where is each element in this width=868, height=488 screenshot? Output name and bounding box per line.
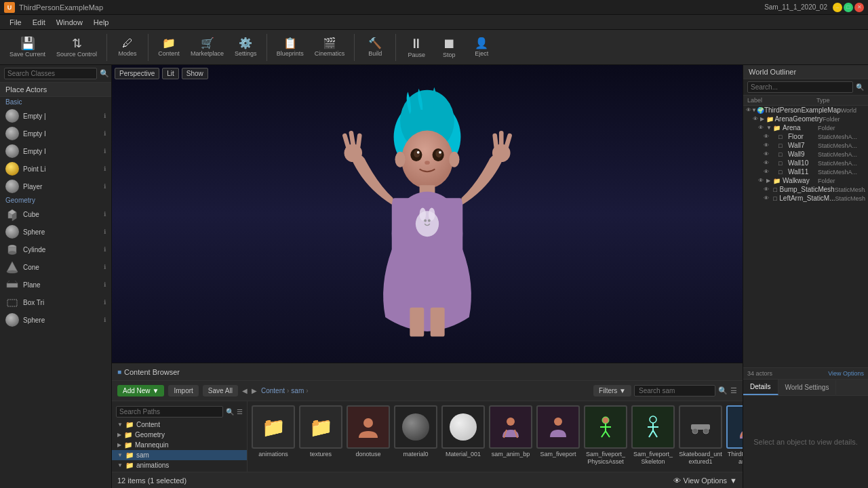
menu-edit[interactable]: Edit <box>27 17 51 28</box>
minimize-button[interactable]: – <box>833 3 842 12</box>
actor-info-sphere[interactable]: ℹ <box>104 228 106 235</box>
actor-info-plane[interactable]: ℹ <box>104 281 106 288</box>
cb-options-icon[interactable]: ☰ <box>730 386 737 395</box>
cb-search-input[interactable] <box>634 385 715 396</box>
nav-forward-button[interactable]: ▶ <box>252 387 257 394</box>
category-basic[interactable]: Basic <box>0 97 111 107</box>
save-current-button[interactable]: 💾 Save Current <box>5 35 50 60</box>
wo-item-bump[interactable]: 👁 □ Bump_StaticMesh StaticMeshA... <box>743 185 868 194</box>
save-all-button[interactable]: Save All <box>203 385 238 396</box>
wo-item-wall10[interactable]: 👁 □ Wall10 StaticMeshA... <box>743 159 868 167</box>
eject-button[interactable]: 👤 Eject <box>467 35 496 60</box>
actor-info-player[interactable]: ℹ <box>104 183 106 190</box>
actor-cylinder[interactable]: Cylinde ℹ <box>0 241 111 258</box>
search-icon[interactable]: 🔍 <box>100 69 109 78</box>
path-sam[interactable]: sam <box>291 387 304 394</box>
pause-button[interactable]: ⏸ Pause <box>401 34 431 61</box>
asset-material001[interactable]: Material_001 <box>441 405 485 458</box>
actor-pointlight[interactable]: Point Li ℹ <box>0 160 111 178</box>
actor-sphere-2[interactable]: Sphere ℹ <box>0 311 111 329</box>
actor-info-empty-3[interactable]: ℹ <box>104 148 106 155</box>
actor-info-cube[interactable]: ℹ <box>104 211 106 218</box>
asset-sam-physics[interactable]: Sam_fiveport_PhysicsAsset <box>584 405 627 466</box>
view-options[interactable]: 👁 View Options ▼ <box>673 476 738 485</box>
actor-cone[interactable]: Cone ℹ <box>0 258 111 276</box>
toolbar-sep-3 <box>267 34 267 61</box>
cinematics-button[interactable]: 🎬 Cinematics <box>311 35 349 60</box>
content-button[interactable]: 📁 Content <box>154 35 184 60</box>
viewport[interactable]: Perspective Lit Show <box>112 65 743 363</box>
actor-empty-1[interactable]: Empty | ℹ <box>0 107 111 125</box>
asset-sam-anim-bp[interactable]: sam_anim_bp <box>489 405 532 458</box>
wo-item-wall9[interactable]: 👁 □ Wall9 StaticMeshA... <box>743 150 868 159</box>
source-control-button[interactable]: ⇅ Source Control <box>52 35 101 60</box>
close-button[interactable]: ✕ <box>854 3 864 12</box>
wo-item-wall11[interactable]: 👁 □ Wall11 StaticMeshA... <box>743 167 868 176</box>
svg-rect-11 <box>7 300 17 306</box>
tree-content[interactable]: ▼ 📁 Content <box>112 420 247 430</box>
wo-item-floor[interactable]: 👁 □ Floor StaticMeshA... <box>743 132 868 141</box>
cb-search-icon[interactable]: 🔍 <box>718 386 728 395</box>
actor-cube[interactable]: Cube ℹ <box>0 205 111 223</box>
wo-search-icon[interactable]: 🔍 <box>856 83 864 91</box>
asset-animations[interactable]: 📁 animations <box>252 405 295 458</box>
menu-file[interactable]: File <box>4 17 27 28</box>
add-new-button[interactable]: Add New ▼ <box>117 385 164 396</box>
search-classes-input[interactable] <box>4 68 97 79</box>
wo-item-arena[interactable]: 👁 ▼ 📁 Arena Folder <box>743 123 868 132</box>
actor-info-cylinder[interactable]: ℹ <box>104 246 106 253</box>
actor-info-pointlight[interactable]: ℹ <box>104 165 106 172</box>
asset-donotuse[interactable]: donotuse <box>347 405 390 458</box>
tree-animations[interactable]: ▼ 📁 animations <box>112 460 247 470</box>
actor-info-empty-2[interactable]: ℹ <box>104 130 106 137</box>
path-content[interactable]: Content <box>261 387 285 394</box>
maximize-button[interactable]: □ <box>844 3 853 12</box>
wo-item-walkway[interactable]: 👁 ▶ 📁 Walkway Folder <box>743 176 868 185</box>
import-button[interactable]: Import <box>168 385 198 396</box>
filters-button[interactable]: Filters ▼ <box>593 385 631 396</box>
perspective-button[interactable]: Perspective <box>115 68 159 79</box>
tree-geometry[interactable]: ▶ 📁 Geometry <box>112 430 247 440</box>
tree-mannequin[interactable]: ▶ 📁 Mannequin <box>112 440 247 450</box>
stop-button[interactable]: ⏹ Stop <box>434 34 464 61</box>
sidebar-filter-icon[interactable]: ☰ <box>237 408 243 415</box>
asset-textures[interactable]: 📁 textures <box>299 405 342 458</box>
tab-world-settings[interactable]: World Settings <box>778 380 837 394</box>
show-button[interactable]: Show <box>182 68 208 79</box>
actor-plane[interactable]: Plane ℹ <box>0 276 111 293</box>
view-options-link[interactable]: View Options <box>828 370 864 377</box>
actor-info-sphere-2[interactable]: ℹ <box>104 317 106 323</box>
actor-info-box-trigger[interactable]: ℹ <box>104 299 106 306</box>
modes-button[interactable]: 🖊 Modes <box>113 35 142 60</box>
wo-item-leftarm[interactable]: 👁 □ LeftArm_StaticM... StaticMeshA... <box>743 194 868 203</box>
asset-material0[interactable]: material0 <box>394 405 437 458</box>
lit-button[interactable]: Lit <box>162 68 179 79</box>
build-button[interactable]: 🔨 Build <box>360 35 390 60</box>
tab-details[interactable]: Details <box>743 380 778 395</box>
sidebar-search-icon[interactable]: 🔍 <box>226 408 234 415</box>
asset-thirdperson-character[interactable]: ThirdPersonCharacter <box>726 405 743 466</box>
actor-empty-2[interactable]: Empty I ℹ <box>0 125 111 142</box>
wo-item-wall7[interactable]: 👁 □ Wall7 StaticMeshA... <box>743 141 868 150</box>
actor-info-cone[interactable]: ℹ <box>104 264 106 270</box>
asset-sam-fiveport[interactable]: Sam_fiveport <box>536 405 580 458</box>
wo-item-map[interactable]: 👁 ▼ 🌍 ThirdPersonExampleMap World <box>743 106 868 115</box>
actor-player[interactable]: Player ℹ <box>0 178 111 195</box>
asset-sam-skeleton[interactable]: Sam_fiveport_Skeleton <box>631 405 675 466</box>
tree-sam[interactable]: ▼ 📁 sam <box>112 450 247 460</box>
actor-empty-3[interactable]: Empty I ℹ <box>0 142 111 160</box>
actor-sphere[interactable]: Sphere ℹ <box>0 223 111 241</box>
category-geometry[interactable]: Geometry <box>0 195 111 205</box>
sidebar-search-input[interactable] <box>116 406 223 418</box>
actor-box-trigger[interactable]: Box Tri ℹ <box>0 293 111 311</box>
wo-item-arenageo[interactable]: 👁 ▶ 📁 ArenaGeometry Folder <box>743 115 868 123</box>
nav-back-button[interactable]: ◀ <box>242 387 248 394</box>
actor-info-empty-1[interactable]: ℹ <box>104 113 106 119</box>
menu-help[interactable]: Help <box>88 17 115 28</box>
settings-button[interactable]: ⚙️ Settings <box>231 35 261 60</box>
menu-window[interactable]: Window <box>51 17 88 28</box>
marketplace-button[interactable]: 🛒 Marketplace <box>186 35 228 60</box>
blueprints-button[interactable]: 📋 Blueprints <box>273 35 308 60</box>
wo-search-input[interactable] <box>747 81 853 93</box>
asset-skateboard[interactable]: Skateboard_untextured1 <box>679 405 722 466</box>
